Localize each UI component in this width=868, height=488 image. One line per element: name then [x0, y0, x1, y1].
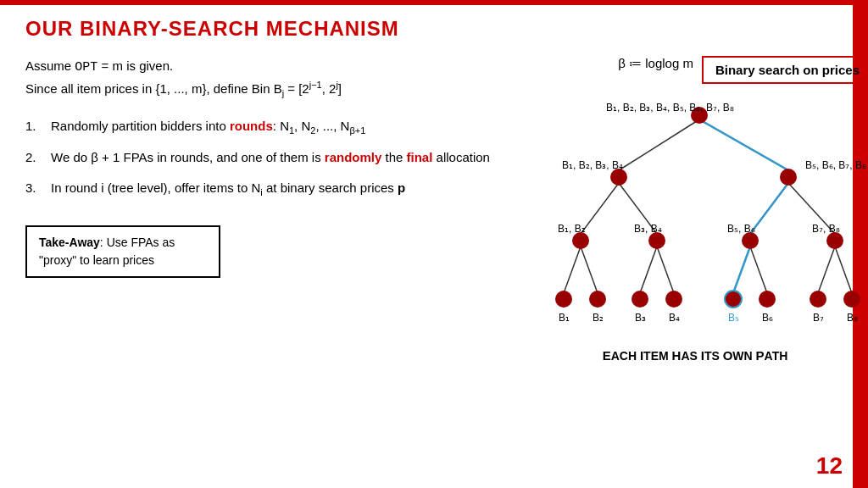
- leaf-b2: [589, 291, 606, 308]
- svg-line-15: [750, 183, 788, 234]
- beta-definition: β ≔ loglog m: [517, 56, 702, 71]
- svg-line-2: [581, 183, 619, 234]
- main-content: OUR BINARY-SEARCH MECHANISM Assume OPT =…: [25, 17, 834, 480]
- takeaway-box: Take-Away: Use FPAs as "proxy" to learn …: [25, 225, 220, 278]
- numbered-list: 1. Randomly partition bidders into round…: [25, 115, 500, 201]
- leaf-b8: [843, 291, 860, 308]
- assume-line2: Since all item prices in {1, ..., m}, de…: [25, 78, 500, 102]
- each-item-label: EACH ITEM HAS ITS OWN PATH: [517, 348, 868, 363]
- svg-line-7: [581, 247, 598, 293]
- l2-2-label: B₃, B₄: [634, 223, 662, 235]
- list-item-2: 2. We do β + 1 FPAs in rounds, and one o…: [25, 147, 500, 169]
- svg-line-11: [750, 247, 767, 293]
- list-text-3: In round i (tree level), offer items to …: [51, 177, 500, 201]
- rounds-highlight: rounds: [230, 119, 273, 133]
- takeaway-bold: Take-Away: [39, 236, 100, 249]
- leaf-b5-label: B₅: [728, 312, 739, 324]
- leaf-b7-label: B₇: [813, 312, 824, 324]
- root-label: B₁, B₂, B₃, B₄, B₅, B₆, B₇, B₈: [606, 102, 734, 114]
- leaf-b3: [632, 291, 648, 308]
- svg-line-12: [818, 247, 835, 293]
- l2-4-label: B₇, B₈: [812, 223, 840, 235]
- svg-line-13: [835, 247, 852, 293]
- top-bar: [0, 0, 853, 5]
- list-item-3: 3. In round i (tree level), offer items …: [25, 177, 500, 201]
- leaf-b2-label: B₂: [593, 312, 604, 324]
- list-item-1: 1. Randomly partition bidders into round…: [25, 115, 500, 139]
- list-num-1: 1.: [25, 115, 51, 137]
- list-num-3: 3.: [25, 177, 51, 199]
- svg-line-8: [640, 247, 657, 293]
- l1-right-label: B₅, B₆, B₇, B₈: [805, 159, 866, 171]
- leaf-b4-label: B₄: [669, 312, 680, 324]
- two-column-layout: Assume OPT = m is given. Since all item …: [25, 56, 834, 363]
- svg-line-0: [619, 119, 699, 170]
- leaf-b1-label: B₁: [559, 312, 570, 324]
- l2-2-node: [648, 232, 665, 249]
- leaf-b3-label: B₃: [635, 312, 646, 324]
- list-text-1: Randomly partition bidders into rounds: …: [51, 115, 500, 139]
- tree-svg: B₁, B₂, B₃, B₄, B₅, B₆, B₇, B₈ B₁, B₂, B…: [517, 94, 868, 340]
- assume-line1: Assume OPT = m is given.: [25, 56, 500, 78]
- leaf-b6: [759, 291, 776, 308]
- svg-line-6: [564, 247, 581, 293]
- svg-line-9: [657, 247, 674, 293]
- tree-container: B₁, B₂, B₃, B₄, B₅, B₆, B₇, B₈ B₁, B₂, B…: [517, 94, 868, 340]
- l1-left-label: B₁, B₂, B₃, B₄: [562, 159, 623, 171]
- left-column: Assume OPT = m is given. Since all item …: [25, 56, 500, 363]
- l2-1-node: [572, 232, 589, 249]
- leaf-b6-label: B₆: [762, 312, 773, 324]
- leaf-b7: [810, 291, 826, 308]
- list-text-2: We do β + 1 FPAs in rounds, and one of t…: [51, 147, 500, 169]
- l2-3-label: B₅, B₆: [727, 223, 755, 235]
- final-highlight: final: [407, 150, 433, 164]
- page-title: OUR BINARY-SEARCH MECHANISM: [25, 17, 834, 41]
- svg-line-16: [733, 247, 750, 293]
- l2-1-label: B₁, B₂: [558, 223, 586, 235]
- leaf-b5: [725, 291, 742, 308]
- l2-3-node: [742, 232, 759, 249]
- leaf-b8-label: B₈: [847, 312, 858, 324]
- right-column: β ≔ loglog m Binary search on prices: [517, 56, 868, 363]
- l1-left-node: [610, 169, 627, 186]
- page-number: 12: [816, 452, 843, 480]
- randomly-highlight: randomly: [325, 150, 382, 164]
- leaf-b4: [665, 291, 682, 308]
- l2-4-node: [826, 232, 843, 249]
- svg-line-14: [699, 119, 788, 170]
- assume-text: Assume OPT = m is given. Since all item …: [25, 56, 500, 102]
- binary-search-box: Binary search on prices: [702, 56, 868, 84]
- leaf-b1: [555, 291, 572, 308]
- l1-right-node: [780, 169, 797, 186]
- list-num-2: 2.: [25, 147, 51, 169]
